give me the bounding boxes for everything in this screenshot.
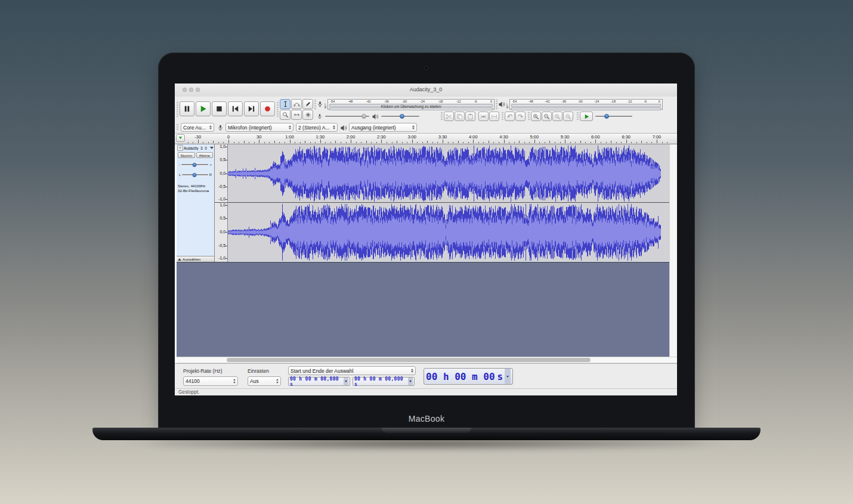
microphone-icon — [317, 100, 323, 109]
play-at-speed-button[interactable] — [580, 112, 593, 121]
timeline-options-button[interactable] — [176, 134, 185, 142]
timeline-tick — [595, 140, 596, 143]
vertical-ruler-label: -0,5 — [218, 184, 225, 188]
gain-slider[interactable] — [181, 161, 208, 168]
record-button[interactable] — [260, 101, 275, 116]
timeline-tick — [274, 141, 275, 143]
waveform-channel-right[interactable] — [228, 203, 669, 261]
pan-slider[interactable] — [182, 171, 208, 178]
selection-end-time[interactable]: 00 h 00 m 00,000 s — [353, 377, 415, 386]
timeline-tick — [269, 142, 270, 143]
transport-toolbar-grip[interactable] — [177, 102, 178, 118]
pause-button[interactable] — [180, 101, 194, 116]
horizontal-scrollbar[interactable] — [177, 357, 677, 363]
meter-scale-label: -18 — [438, 100, 443, 104]
silence-selection-button[interactable] — [489, 112, 499, 121]
solo-button[interactable]: Alleine — [196, 152, 214, 158]
play-button[interactable] — [196, 101, 211, 116]
zoom-toolbar-grip[interactable] — [528, 112, 530, 120]
undo-button[interactable]: ↶ — [505, 112, 515, 121]
waveform-channel-left[interactable] — [228, 144, 669, 203]
zoom-tool-button[interactable] — [280, 110, 290, 120]
play-at-speed-grip[interactable] — [577, 112, 579, 120]
timeline-tick — [213, 141, 214, 143]
paste-button[interactable] — [465, 112, 475, 121]
vertical-ruler[interactable]: 1,00,50,0-0,5-1,0 — [215, 144, 227, 203]
vertical-ruler[interactable]: 1,00,50,0-0,5-1,0 — [215, 203, 227, 261]
title-bar[interactable]: Audacity_3_0 — [175, 84, 677, 97]
meter-scale-label: -54 — [330, 100, 335, 104]
timeline-tick — [335, 141, 336, 143]
tools-toolbar — [280, 99, 313, 120]
skip-to-start-button[interactable] — [228, 101, 243, 116]
zoom-in-button[interactable] — [531, 112, 541, 121]
close-window-button[interactable] — [183, 88, 187, 92]
redo-button[interactable]: ↷ — [515, 112, 526, 121]
device-toolbar-grip[interactable] — [177, 124, 178, 131]
copy-button[interactable] — [455, 112, 465, 121]
microphone-icon — [217, 124, 224, 132]
trim-outside-selection-button[interactable] — [478, 112, 489, 121]
recording-meter-grip[interactable] — [314, 100, 316, 109]
tools-toolbar-grip[interactable] — [277, 102, 279, 118]
time-format-caret-icon[interactable] — [344, 378, 348, 385]
fit-selection-button[interactable] — [552, 112, 563, 121]
selection-start-time[interactable]: 00 h 00 m 00,000 s — [288, 377, 350, 386]
macbook-lid-notch — [382, 428, 471, 433]
playback-meter[interactable]: LR -54-48-42-36-30-24-18-12-60 — [498, 99, 663, 110]
minimize-window-button[interactable] — [189, 88, 193, 92]
skip-to-end-button[interactable] — [244, 101, 259, 116]
playback-device-select[interactable]: Ausgang (integriert) — [349, 123, 417, 132]
track-name[interactable]: Audacity_3_0 — [184, 146, 209, 150]
track-view-area[interactable]: x Audacity_3_0 Stumm Alleine - — [177, 144, 669, 357]
vertical-ruler-column: 1,00,50,0-0,5-1,0 1,00,50,0-0,5-1,0 — [215, 144, 228, 262]
timeline-tick — [463, 142, 463, 143]
recording-device-select[interactable]: Mikrofon (integriert) — [225, 123, 293, 132]
snap-label: Einrasten — [248, 368, 269, 374]
recording-channels-select[interactable]: 2 (Stereo) A... — [296, 123, 338, 132]
select-arrows-icon — [411, 369, 413, 373]
select-arrows-icon — [333, 125, 335, 130]
track-close-button[interactable]: x — [177, 145, 183, 151]
multi-tool-button[interactable] — [302, 110, 313, 120]
timeline-tick — [662, 142, 663, 143]
timeline-tick — [300, 142, 301, 143]
snap-select[interactable]: Aus — [248, 376, 281, 386]
stop-button[interactable] — [212, 101, 227, 116]
selection-tool-button[interactable] — [280, 99, 290, 109]
horizontal-scrollbar-thumb[interactable] — [227, 358, 591, 362]
timeshift-tool-button[interactable] — [291, 110, 302, 120]
vertical-scrollbar[interactable] — [669, 144, 677, 357]
recording-meter[interactable]: LR -54-48-42-36-30-24-18-12-60 Klicken u… — [317, 99, 495, 110]
draw-tool-button[interactable] — [302, 99, 313, 109]
mute-button[interactable]: Stumm — [178, 152, 195, 158]
select-arrows-icon — [276, 379, 279, 384]
playback-meter-grip[interactable] — [496, 100, 497, 109]
vertical-ruler-tick — [225, 258, 227, 259]
zoom-out-button[interactable] — [542, 112, 552, 121]
project-rate-select[interactable]: 44100 — [183, 376, 238, 386]
macbook-lid: Audacity_3_0 — [158, 52, 695, 428]
timeline-scale[interactable]: -300301:001:302:002:303:003:304:004:305:… — [186, 134, 669, 143]
zoom-window-button[interactable] — [196, 88, 200, 92]
time-format-caret-icon[interactable] — [505, 369, 511, 384]
timeline[interactable]: -300301:001:302:002:303:003:304:004:305:… — [175, 134, 677, 144]
track-menu-caret-icon[interactable] — [210, 147, 214, 149]
playback-volume-slider[interactable] — [381, 113, 419, 120]
big-time-display[interactable]: 00 h 00 m 00 s — [424, 368, 513, 385]
history-toolbar-grip[interactable] — [502, 112, 503, 120]
fit-project-button[interactable] — [563, 112, 573, 121]
audio-host-select[interactable]: Core Au... — [181, 123, 214, 132]
timeline-tick — [366, 141, 367, 143]
edit-toolbar-grip[interactable] — [441, 112, 443, 120]
selection-mode-select[interactable]: Start und Ende der Auswahl — [288, 366, 416, 375]
timeline-tick — [198, 140, 199, 143]
timeline-tick — [290, 140, 290, 143]
timeline-label: 4:00 — [469, 134, 478, 140]
envelope-tool-button[interactable] — [291, 99, 302, 109]
playback-speed-slider[interactable] — [595, 113, 632, 120]
track-collapse-button[interactable]: Auswählen — [177, 256, 214, 262]
recording-volume-slider[interactable] — [325, 113, 369, 120]
cut-button[interactable] — [444, 112, 454, 121]
time-format-caret-icon[interactable] — [408, 378, 413, 385]
